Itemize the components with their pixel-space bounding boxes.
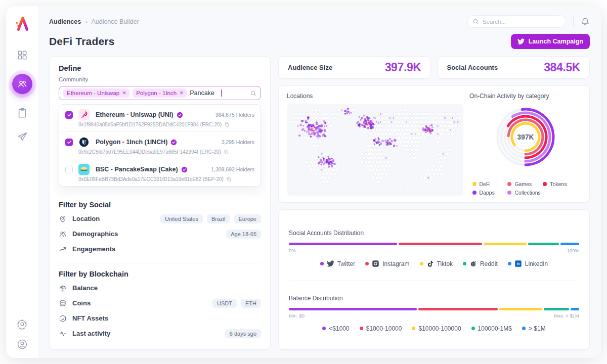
filter-social-heading: Filter by Social (59, 201, 261, 209)
legend-dot (320, 262, 324, 265)
filter-chip[interactable]: Europe (234, 214, 261, 223)
filter-row-balance[interactable]: Balance (59, 281, 261, 295)
reddit-icon (469, 260, 477, 267)
search-input[interactable] (483, 19, 560, 25)
activity-icon (59, 330, 67, 338)
community-option[interactable]: BSC - PancakeSwap (Cake)1,309,692 Holder… (59, 159, 261, 186)
community-option[interactable]: Ethereum - Uniswap (UNI)364,675 Holders0… (59, 105, 261, 131)
twitter-icon (517, 38, 525, 45)
social-distribution-title: Social Accounts Distribution (289, 230, 579, 237)
checkbox-checked[interactable] (65, 139, 73, 146)
filter-chip[interactable]: ETH (241, 299, 261, 308)
sidebar-item-account[interactable] (17, 339, 28, 350)
balance-distribution-section: Balance Distribution Min. $0 Max. > $1M … (289, 281, 579, 345)
filter-row-coins[interactable]: CoinsUSDTETH (59, 296, 261, 310)
bar-legend-item: <$1000 (322, 325, 349, 332)
launch-campaign-button[interactable]: Launch Campaign (511, 34, 590, 49)
checkbox-unchecked[interactable] (65, 166, 73, 173)
legend-label: Games (514, 181, 532, 187)
audience-size-value: 397.9K (385, 61, 421, 74)
filter-label: Coins (72, 299, 91, 307)
legend-label: LinkedIn (525, 260, 548, 267)
filter-row-engagements[interactable]: Engagements (59, 242, 261, 256)
sidebar-bottom (17, 318, 28, 350)
sidebar-item-audiences[interactable] (12, 74, 32, 94)
social-accounts-label: Social Accounts (447, 64, 498, 71)
launch-campaign-label: Launch Campaign (529, 38, 583, 45)
bar-segment-reddit (528, 243, 559, 245)
world-dot-map (287, 104, 463, 196)
bar-legend-item: 100000-1M$ (471, 325, 512, 332)
community-dropdown: Ethereum - Uniswap (UNI)364,675 Holders0… (59, 104, 261, 187)
balance-bar-max: Max. > $1M (554, 313, 579, 318)
community-tag[interactable]: Ethereum - Uniswap× (63, 88, 129, 98)
legend-label: Reddit (480, 260, 498, 267)
filter-label: NFT Assets (72, 314, 108, 322)
copy-icon[interactable] (224, 149, 229, 155)
filter-chip[interactable]: 6 days sgo (225, 329, 261, 338)
rocket-icon (17, 131, 28, 143)
breadcrumb: Audiences › Audience Builder (49, 18, 139, 25)
community-search-input[interactable] (190, 89, 220, 97)
legend-dot (507, 191, 511, 195)
social-accounts-value: 384.5K (544, 61, 580, 74)
linkedin-icon: in (514, 260, 522, 267)
legend-dot (463, 262, 466, 265)
filter-chip[interactable]: United States (160, 214, 203, 223)
bar-legend-item: inLinkedIn (508, 260, 548, 267)
filter-chip[interactable]: Age 18-65 (226, 230, 261, 239)
community-tag[interactable]: Polygon - 1Inch× (133, 88, 187, 98)
sidebar-nav (12, 50, 32, 143)
topbar-right (467, 15, 590, 28)
clipboard-icon (17, 107, 28, 118)
filter-label: Engagements (72, 245, 115, 253)
nft-icon (59, 314, 67, 323)
twitter-icon (327, 260, 334, 267)
legend-label: Collections (514, 190, 540, 196)
distributions-card: Social Accounts Distribution 0% 100% Twi… (278, 209, 590, 350)
social-bar-max: 100% (567, 248, 579, 253)
legend-label: Tiktok (437, 260, 453, 267)
search-bar[interactable] (467, 15, 566, 28)
token-name: BSC - PancakeSwap (Cake) (96, 166, 206, 173)
balance-distribution-bar (289, 308, 579, 310)
sidebar-item-reports[interactable] (17, 107, 28, 118)
remove-tag-icon[interactable]: × (180, 90, 183, 96)
balance-bar-legend: <$1000$1000-10000$10000-100000100000-1M$… (289, 325, 579, 332)
remove-tag-icon[interactable]: × (122, 90, 126, 96)
legend-label: $10000-100000 (418, 325, 461, 332)
filter-label: Location (72, 215, 100, 222)
community-tag-input[interactable]: Ethereum - Uniswap×Polygon - 1Inch× (59, 86, 261, 100)
sidebar-item-settings[interactable] (17, 318, 28, 330)
account-icon (17, 339, 28, 350)
sidebar-item-dashboard[interactable] (17, 50, 28, 61)
bar-legend-item: Twitter (320, 260, 355, 267)
filter-row-demographics[interactable]: DemographicsAge 18-65 (59, 227, 261, 241)
legend-dot (507, 182, 511, 186)
svg-text:in: in (516, 262, 519, 265)
filter-chip[interactable]: Brazil (207, 214, 230, 223)
filter-row-last-activity[interactable]: Last activity6 days sgo (59, 327, 261, 340)
bar-legend-item: > $1M (522, 325, 546, 332)
sidebar-item-campaigns[interactable] (17, 131, 28, 143)
bar-legend-item: Tiktok (420, 260, 453, 267)
filter-chips: United StatesBrazilEurope (160, 214, 261, 223)
filter-row-location[interactable]: LocationUnited StatesBrazilEurope (59, 212, 261, 225)
filter-chips: 6 days sgo (225, 329, 261, 338)
audience-size-label: Audience Size (288, 64, 332, 71)
define-section: Define Community Ethereum - Uniswap×Poly… (59, 64, 261, 187)
social-bar-range-labels: 0% 100% (289, 248, 579, 253)
notifications-bell-icon[interactable] (581, 17, 590, 26)
filter-label: Last activity (72, 330, 110, 337)
breadcrumb-audiences[interactable]: Audiences (49, 18, 81, 25)
checkbox-checked[interactable] (65, 111, 73, 119)
filter-row-nft-assets[interactable]: NFT Assets (59, 311, 261, 325)
verified-badge-icon (170, 139, 177, 146)
community-option[interactable]: Polygon - 1Inch (1INCH)3,295 Holders0x9c… (59, 131, 261, 159)
copy-icon[interactable] (226, 176, 232, 182)
app-logo-icon[interactable] (14, 15, 31, 32)
copy-icon[interactable] (224, 122, 230, 127)
filter-chip[interactable]: USDT (212, 299, 237, 308)
social-bar-min: 0% (289, 248, 296, 253)
holders-count: 1,309,692 Holders (211, 166, 254, 172)
